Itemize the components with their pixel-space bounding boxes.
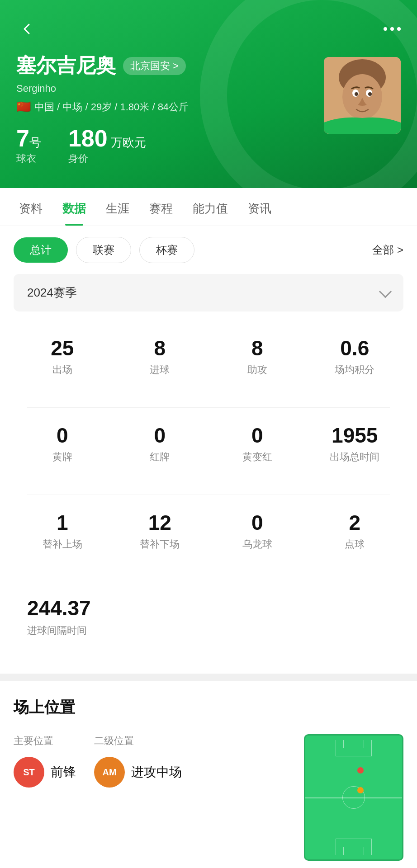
primary-position-col: 主要位置 ST 前锋 (14, 734, 76, 788)
stat-label: 助攻 (213, 363, 302, 377)
field-diagram (304, 734, 403, 861)
stat-label: 进球 (116, 363, 204, 377)
stat-label: 黄牌 (18, 450, 107, 464)
stat-penalties: 2 点球 (306, 500, 404, 564)
tab-schedule[interactable]: 赛程 (139, 188, 183, 226)
more-dot (384, 27, 387, 31)
stat-value: 25 (18, 338, 107, 359)
divider (27, 495, 390, 495)
goal-interval-label: 进球间隔时间 (27, 624, 390, 637)
back-button[interactable] (16, 18, 38, 40)
svg-point-4 (366, 90, 372, 97)
position-info: 主要位置 ST 前锋 二级位置 AM 进攻中场 (14, 734, 290, 788)
stat-label: 替补上场 (18, 538, 107, 551)
hero-content: 塞尔吉尼奥 北京国安 > Serginho 🇨🇳 中国 / 中场 / 29岁 /… (16, 52, 401, 165)
name-row: 塞尔吉尼奥 北京国安 > (16, 52, 324, 79)
stat-value: 0 (18, 425, 107, 446)
stats-section: 25 出场 8 进球 8 助攻 0.6 场均积分 0 黄牌 (0, 325, 417, 656)
stat-label: 乌龙球 (213, 538, 302, 551)
top-bar (16, 18, 401, 40)
primary-position-name: 前锋 (51, 764, 76, 781)
player-romanized: Serginho (16, 83, 324, 94)
stat-value: 0 (213, 512, 302, 533)
stats-row-1: 25 出场 8 进球 8 助攻 0.6 场均积分 (14, 325, 403, 389)
section-divider (0, 674, 417, 681)
stat-value: 0.6 (311, 338, 399, 359)
goal-interval-value: 244.37 (27, 596, 390, 620)
stat-label: 出场总时间 (311, 450, 399, 464)
filter-league[interactable]: 联赛 (76, 237, 131, 263)
season-selector[interactable]: 2024赛季 (14, 274, 403, 311)
player-meta: 🇨🇳 中国 / 中场 / 29岁 / 1.80米 / 84公斤 (16, 100, 324, 114)
primary-position-row: ST 前锋 (14, 757, 76, 788)
stat-label: 点球 (311, 538, 399, 551)
jersey-stat: 7号 球衣 (16, 127, 41, 165)
market-value: 180 万欧元 (68, 127, 146, 150)
stat-goals: 8 进球 (111, 325, 209, 389)
meta-text: 中国 / 中场 / 29岁 / 1.80米 / 84公斤 (34, 100, 189, 114)
filter-all[interactable]: 全部 > (372, 243, 403, 257)
position-dot-primary (357, 767, 364, 774)
field-bottom-goal-box (343, 847, 364, 855)
tab-profile[interactable]: 资料 (9, 188, 52, 226)
stat-own-goals: 0 乌龙球 (208, 500, 306, 564)
content-area: 总计 联赛 杯赛 全部 > 2024赛季 25 出场 8 进球 8 助攻 0.6 (0, 226, 417, 674)
filter-row: 总计 联赛 杯赛 全部 > (0, 226, 417, 274)
jersey-label: 球衣 (16, 152, 41, 165)
season-label: 2024赛季 (27, 285, 77, 301)
stat-label: 出场 (18, 363, 107, 377)
goal-interval: 244.37 进球间隔时间 (14, 587, 403, 656)
more-dot (390, 27, 394, 31)
value-label: 身价 (68, 152, 146, 165)
position-title: 场上位置 (14, 697, 403, 718)
hero-section: 塞尔吉尼奥 北京国安 > Serginho 🇨🇳 中国 / 中场 / 29岁 /… (0, 0, 417, 188)
player-avatar (324, 57, 401, 134)
stat-label: 替补下场 (116, 538, 204, 551)
stat-value: 12 (116, 512, 204, 533)
stat-value: 2 (311, 512, 399, 533)
tab-stats[interactable]: 数据 (52, 188, 96, 226)
secondary-position-col: 二级位置 AM 进攻中场 (94, 734, 182, 788)
position-section: 场上位置 主要位置 ST 前锋 二级位置 AM 进攻中场 (0, 681, 417, 868)
stat-label: 红牌 (116, 450, 204, 464)
stat-value: 0 (116, 425, 204, 446)
stats-row-2: 0 黄牌 0 红牌 0 黄变红 1955 出场总时间 (14, 412, 403, 476)
filter-cup[interactable]: 杯赛 (139, 237, 194, 263)
tab-news[interactable]: 资讯 (238, 188, 281, 226)
svg-point-3 (352, 90, 359, 97)
stat-label: 场均积分 (311, 363, 399, 377)
stat-value: 1 (18, 512, 107, 533)
tab-ability[interactable]: 能力值 (183, 188, 238, 226)
stats-row-3: 1 替补上场 12 替补下场 0 乌龙球 2 点球 (14, 500, 403, 564)
position-content: 主要位置 ST 前锋 二级位置 AM 进攻中场 (14, 734, 403, 861)
svg-point-6 (368, 92, 372, 96)
svg-point-2 (342, 74, 382, 119)
svg-point-5 (355, 92, 358, 96)
svg-point-1 (339, 59, 386, 95)
stat-appearances: 25 出场 (14, 325, 111, 389)
tab-career[interactable]: 生涯 (96, 188, 139, 226)
stat-label: 黄变红 (213, 450, 302, 464)
stat-sub-off: 12 替补下场 (111, 500, 209, 564)
svg-rect-0 (324, 57, 401, 134)
tabs-bar: 资料 数据 生涯 赛程 能力值 资讯 (0, 188, 417, 226)
position-dot-secondary (357, 787, 364, 793)
primary-position-badge: ST (14, 757, 44, 788)
chevron-down-icon (379, 285, 392, 297)
stat-assists: 8 助攻 (208, 325, 306, 389)
stat-minutes: 1955 出场总时间 (306, 412, 404, 476)
filter-total[interactable]: 总计 (14, 237, 68, 263)
divider (27, 407, 390, 408)
primary-position-title: 主要位置 (14, 734, 76, 748)
jersey-number: 7号 (16, 127, 41, 150)
secondary-position-title: 二级位置 (94, 734, 182, 748)
field-top-goal-box (343, 740, 364, 748)
club-tag[interactable]: 北京国安 > (123, 57, 186, 75)
player-name: 塞尔吉尼奥 (16, 52, 116, 79)
more-button[interactable] (384, 27, 401, 31)
stat-value: 8 (213, 338, 302, 359)
stat-yellow-red: 0 黄变红 (208, 412, 306, 476)
stat-value: 8 (116, 338, 204, 359)
secondary-position-name: 进攻中场 (131, 764, 182, 781)
stat-avg-score: 0.6 场均积分 (306, 325, 404, 389)
